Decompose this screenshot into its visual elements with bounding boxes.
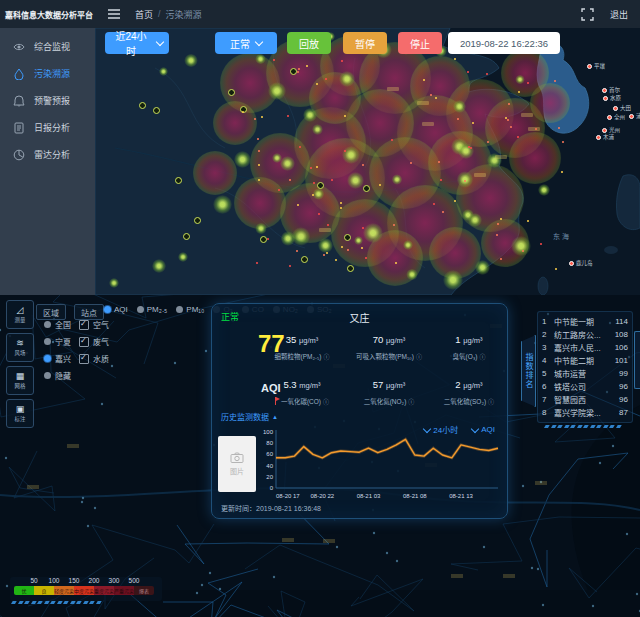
metric-cell: 2 μg/m³二氧化硫(SO₂)ⓘ [425, 379, 513, 406]
logout-button[interactable]: 退出 [610, 8, 628, 21]
metric-label-row: 二氧化氮(NO₂)ⓘ [345, 396, 433, 406]
overview-heatmap[interactable]: 平壤首尔水原大田浦项全州光州木浦东海鹿儿岛 近24小时 正常 回放 暂停 停止 … [95, 28, 640, 295]
poi-dot [531, 567, 533, 569]
pollutant-option[interactable]: PM₂.₅ [137, 305, 168, 314]
sidebar-item-0[interactable]: 综合监视 [0, 33, 95, 60]
collapsed-edge-tab[interactable] [634, 331, 640, 389]
radio-icon[interactable] [44, 355, 51, 362]
info-icon: ⓘ [480, 352, 486, 361]
history-data-link[interactable]: 历史监测数据 ▲ [221, 411, 278, 422]
legend-color-bar: 优良轻度污染中度污染重度污染严重污染爆表 [14, 586, 154, 595]
poi-dot [81, 501, 83, 503]
poi-dot [537, 568, 539, 570]
tool-button-2[interactable]: ▦网格 [6, 366, 34, 395]
ranking-row[interactable]: 5城市运营99 [542, 367, 628, 380]
detail-map-panel[interactable]: ◿测量≋风场▦网格▣标注 区域站点 AQIPM₂.₅PM₁₀O₃CONO₂SO₂… [0, 295, 640, 617]
fullscreen-icon[interactable] [581, 8, 594, 21]
x-axis-tick: 08-21 08 [403, 493, 427, 499]
region-option[interactable]: 全国 [44, 319, 71, 330]
legend-segment: 轻度污染 [54, 586, 74, 595]
media-option[interactable]: 废气 [79, 336, 109, 347]
time-range-dropdown[interactable]: 近24小时 [105, 32, 169, 54]
radio-icon[interactable] [104, 306, 111, 313]
sidebar-item-3[interactable]: 日报分析 [0, 114, 95, 141]
pollutant-label: AQI [114, 305, 128, 314]
tool-button-0[interactable]: ◿测量 [6, 300, 34, 329]
layer-button-0[interactable]: 区域 [36, 304, 66, 320]
ranking-name: 铁塔公司 [554, 381, 615, 392]
aqi-line-glow [276, 439, 498, 458]
station-name: 又庄 [212, 310, 507, 325]
ranking-tab[interactable]: 指数排名 [521, 335, 536, 407]
radio-icon[interactable] [44, 338, 51, 345]
playback-button[interactable]: 回放 [287, 32, 331, 54]
scroll-dash [50, 601, 55, 604]
scroll-dash [18, 601, 23, 604]
scroll-dash [24, 601, 29, 604]
legend-scrollbar[interactable] [12, 601, 101, 604]
top-header: 嘉科信息大数据分析平台 首页 / 污染溯源 退出 [0, 0, 640, 28]
ranking-row[interactable]: 6铁塔公司96 [542, 380, 628, 393]
eye-icon [13, 41, 25, 53]
menu-toggle-icon[interactable] [107, 8, 121, 20]
pollutant-option[interactable]: AQI [104, 305, 128, 314]
scroll-dash [577, 425, 582, 428]
ranking-scrollbar[interactable] [545, 425, 621, 428]
scroll-dash [83, 601, 88, 604]
station-photo-placeholder[interactable]: 图片 [218, 436, 256, 492]
radio-icon[interactable] [44, 372, 51, 379]
info-icon: ⓘ [408, 397, 414, 406]
y-axis-tick: 20 [266, 474, 273, 480]
radio-icon[interactable] [137, 306, 144, 313]
media-option[interactable]: 空气 [79, 319, 109, 330]
tool-button-1[interactable]: ≋风场 [6, 333, 34, 362]
radio-icon[interactable] [44, 321, 51, 328]
stop-button[interactable]: 停止 [398, 32, 442, 54]
metric-unit: μg/m³ [463, 381, 482, 390]
ranking-rank: 7 [542, 395, 550, 404]
layer-button-1[interactable]: 站点 [74, 304, 104, 320]
datetime-display[interactable]: 2019-08-22 16:22:36 [448, 32, 560, 54]
ranking-rank: 8 [542, 408, 550, 417]
y-axis-tick: 80 [266, 440, 273, 446]
mode-dropdown[interactable]: 正常 [215, 32, 277, 54]
poi-dot [219, 588, 221, 590]
region-option[interactable]: 嘉兴 [44, 353, 71, 364]
region-option[interactable]: 隐藏 [44, 370, 71, 381]
sidebar-item-4[interactable]: 雷达分析 [0, 141, 95, 168]
legend-segment-label: 严重污染 [114, 587, 134, 594]
info-icon: ⓘ [488, 397, 494, 406]
media-option[interactable]: 水质 [79, 353, 109, 364]
poi-dot [209, 572, 211, 574]
photo-placeholder-label: 图片 [230, 466, 244, 476]
scroll-dash [583, 425, 588, 428]
pollutant-option[interactable]: PM₁₀ [176, 305, 204, 314]
metric-unit: μg/m³ [386, 381, 405, 390]
region-option[interactable]: 宁夏 [44, 336, 71, 347]
aqi-legend: 50100150200300500 优良轻度污染中度污染重度污染严重污染爆表 [10, 577, 162, 601]
ranking-rank: 2 [542, 330, 550, 339]
metric-value: 35 μg/m³ [258, 334, 346, 345]
ranking-row[interactable]: 3嘉兴市人民...106 [542, 341, 628, 354]
ranking-row[interactable]: 2纺工路房公...108 [542, 328, 628, 341]
ranking-panel: 1中节能一期1142纺工路房公...1083嘉兴市人民...1064中节能二期1… [537, 311, 633, 423]
ranking-row[interactable]: 7智慧园西96 [542, 393, 628, 406]
layer-buttons: 区域站点 [36, 304, 104, 320]
ranking-row[interactable]: 8嘉兴学院梁...87 [542, 406, 628, 419]
tool-label: 风场 [15, 348, 26, 356]
pause-button[interactable]: 暂停 [343, 32, 387, 54]
sidebar-item-1[interactable]: 污染溯源 [0, 60, 95, 87]
ranking-row[interactable]: 1中节能一期114 [542, 315, 628, 328]
breadcrumb-home[interactable]: 首页 [135, 8, 153, 21]
street-label-chip [27, 485, 39, 489]
checkbox-icon[interactable] [79, 354, 89, 364]
ranking-row[interactable]: 4中节能二期101 [542, 354, 628, 367]
radio-icon[interactable] [176, 306, 183, 313]
poi-dot [386, 552, 388, 554]
sidebar-item-2[interactable]: 预警预报 [0, 87, 95, 114]
checkbox-icon[interactable] [79, 337, 89, 347]
legend-tick: 300 [106, 577, 122, 584]
checkbox-icon[interactable] [79, 320, 89, 330]
media-filter-group: 空气废气水质 [79, 319, 109, 364]
tool-button-3[interactable]: ▣标注 [6, 399, 34, 428]
